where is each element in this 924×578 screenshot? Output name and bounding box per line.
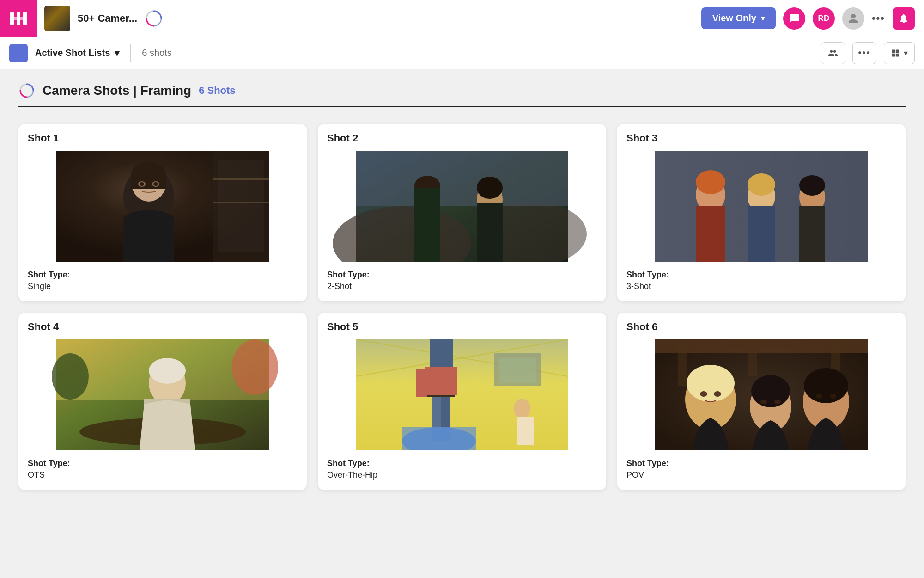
project-name[interactable]: 50+ Camer... xyxy=(78,12,137,25)
shot-3-header: Shot 3 xyxy=(617,124,906,151)
shot-6-header: Shot 6 xyxy=(617,313,906,339)
shot-4-info: Shot Type: OTS xyxy=(18,450,307,490)
shot-2-header: Shot 2 xyxy=(318,124,606,151)
shot-card-4[interactable]: Shot 4 xyxy=(18,313,307,490)
svg-point-18 xyxy=(140,182,144,186)
active-shotlist-label: Active Shot Lists xyxy=(35,48,110,58)
view-only-label: View Only xyxy=(712,13,756,24)
team-members-button[interactable] xyxy=(842,7,864,30)
bell-icon xyxy=(898,13,909,24)
svg-rect-67 xyxy=(517,417,534,445)
toolbar-divider xyxy=(130,44,131,62)
shot-5-type-label: Shot Type: xyxy=(327,459,597,468)
shot-2-type-value: 2-Shot xyxy=(327,282,597,291)
svg-rect-26 xyxy=(414,188,440,262)
notifications-button[interactable] xyxy=(893,7,915,30)
svg-rect-57 xyxy=(499,358,536,383)
svg-point-36 xyxy=(748,173,775,196)
toolbar: Active Shot Lists ▾ 6 shots ••• ▾ xyxy=(0,37,924,69)
shot-2-info: Shot Type: 2-Shot xyxy=(318,262,606,301)
shotlist-color-icon xyxy=(9,44,28,62)
project-thumbnail[interactable] xyxy=(44,6,70,31)
svg-rect-62 xyxy=(425,367,457,395)
svg-point-45 xyxy=(232,339,278,395)
svg-rect-63 xyxy=(416,369,427,397)
shot-4-type-value: OTS xyxy=(28,470,298,480)
svg-point-81 xyxy=(774,400,781,404)
top-nav: 50+ Camer... View Only ▾ RD ••• xyxy=(0,0,924,37)
shot-3-type-value: 3-Shot xyxy=(626,282,896,291)
user-initials: RD xyxy=(818,14,830,23)
shotlist-chevron-icon: ▾ xyxy=(115,48,119,59)
app-spinner-icon xyxy=(145,9,163,28)
shot-6-type-value: POV xyxy=(626,470,896,480)
view-only-button[interactable]: View Only ▾ xyxy=(701,7,776,29)
shot-4-type-label: Shot Type: xyxy=(28,459,298,468)
svg-rect-72 xyxy=(748,339,757,376)
shot-card-5[interactable]: Shot 5 xyxy=(318,313,606,490)
more-options-button[interactable]: ••• xyxy=(872,12,885,25)
shot-card-1[interactable]: Shot 1 xyxy=(18,124,307,301)
view-toggle-button[interactable]: ▾ xyxy=(884,42,915,64)
svg-rect-15 xyxy=(131,175,166,189)
svg-point-75 xyxy=(687,365,735,402)
svg-point-19 xyxy=(153,182,158,186)
svg-point-28 xyxy=(477,177,503,199)
svg-point-50 xyxy=(149,358,186,384)
svg-point-33 xyxy=(696,170,725,194)
chat-notification-button[interactable] xyxy=(783,7,805,30)
shot-3-info: Shot Type: 3-Shot xyxy=(617,262,906,301)
section-spinner-icon xyxy=(18,82,35,99)
person-icon xyxy=(848,13,859,24)
shot-5-type-value: Over-The-Hip xyxy=(327,470,597,480)
project-thumbnail-image xyxy=(44,6,70,31)
shot-4-header: Shot 4 xyxy=(18,313,307,339)
share-button[interactable] xyxy=(821,42,845,64)
shot-1-type-value: Single xyxy=(28,282,298,291)
shot-1-header: Shot 1 xyxy=(18,124,307,151)
svg-point-39 xyxy=(799,175,825,196)
section-shots-badge: 6 Shots xyxy=(199,85,235,97)
svg-rect-71 xyxy=(678,339,687,386)
svg-point-66 xyxy=(514,399,530,419)
svg-rect-11 xyxy=(213,202,269,203)
view-chevron-icon: ▾ xyxy=(904,48,908,58)
shot-1-type-label: Shot Type: xyxy=(28,270,298,280)
shot-card-6[interactable]: Shot 6 xyxy=(617,313,906,490)
shot-1-info: Shot Type: Single xyxy=(18,262,307,301)
shots-grid: Shot 1 xyxy=(0,118,924,509)
shot-3-type-label: Shot Type: xyxy=(626,270,896,280)
svg-point-83 xyxy=(804,368,848,403)
svg-point-85 xyxy=(830,394,836,399)
svg-rect-29 xyxy=(477,203,503,262)
svg-point-79 xyxy=(751,375,790,407)
svg-point-77 xyxy=(714,391,721,397)
shot-6-type-label: Shot Type: xyxy=(626,459,896,468)
grid-view-icon xyxy=(891,49,900,58)
shot-card-2[interactable]: Shot 2 Shot Typ xyxy=(318,124,606,301)
shot-6-info: Shot Type: POV xyxy=(617,450,906,490)
user-avatar[interactable]: RD xyxy=(813,7,835,30)
svg-point-84 xyxy=(816,394,822,399)
shot-5-header: Shot 5 xyxy=(318,313,606,339)
active-shotlist-button[interactable]: Active Shot Lists ▾ xyxy=(35,48,119,59)
shot-6-image xyxy=(617,339,906,450)
section-title: Camera Shots | Framing xyxy=(43,83,191,98)
toolbar-more-button[interactable]: ••• xyxy=(852,42,876,64)
svg-rect-65 xyxy=(402,427,476,450)
chat-icon xyxy=(789,13,800,24)
svg-rect-23 xyxy=(356,151,568,206)
shot-2-image xyxy=(318,151,606,262)
svg-point-44 xyxy=(52,353,89,400)
svg-rect-10 xyxy=(213,178,269,180)
svg-rect-34 xyxy=(696,206,725,262)
shots-count: 6 shots xyxy=(142,48,171,58)
logo-button[interactable] xyxy=(0,0,37,37)
svg-point-80 xyxy=(760,400,767,404)
shot-5-info: Shot Type: Over-The-Hip xyxy=(318,450,606,490)
upload-icon xyxy=(828,48,838,58)
section-divider xyxy=(18,106,906,107)
shot-card-3[interactable]: Shot 3 Shot Type: xyxy=(617,124,906,301)
svg-point-76 xyxy=(700,391,707,397)
shot-4-image xyxy=(18,339,307,450)
